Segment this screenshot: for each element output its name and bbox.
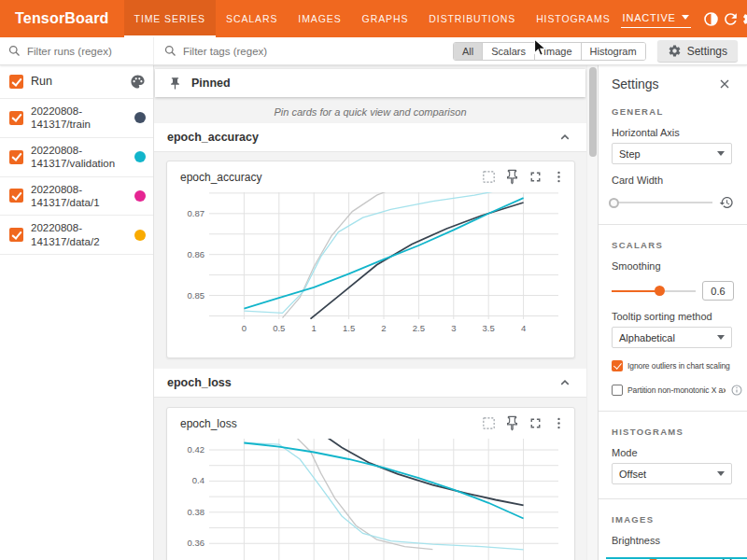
tab-time-series[interactable]: TIME SERIES [124,0,216,37]
reset-icon[interactable] [719,195,734,210]
gear-icon [668,44,682,58]
run-checkbox-data-2[interactable] [9,228,23,242]
card-width-slider[interactable] [612,197,712,209]
reload-button[interactable] [722,6,740,32]
section-title: epoch_loss [167,376,232,389]
tensorboard-app: TensorBoard TIME SERIES SCALARS IMAGES G… [0,0,747,560]
brightness-label: Brightness [612,535,732,546]
settings-header: Settings [612,77,732,91]
epoch-accuracy-chart[interactable]: 0.850.860.8700.511.522.533.54 [172,187,570,338]
card-title: epoch_accuracy [180,171,481,184]
pin-card-icon[interactable] [504,415,520,431]
run-label: 20220808-141317/train [31,105,127,132]
tooltip-sorting-select[interactable]: Alphabetical [612,327,732,348]
svg-text:2: 2 [381,323,386,333]
ignore-outliers-checkbox[interactable] [612,360,623,371]
run-color-dot [134,190,146,202]
search-icon [163,44,177,58]
tab-distributions[interactable]: DISTRIBUTIONS [418,0,526,37]
topbar: TensorBoard TIME SERIES SCALARS IMAGES G… [0,0,747,37]
ignore-outliers-label: Ignore outliers in chart scaling [627,361,743,371]
slider-thumb[interactable] [609,198,619,208]
section-epoch-accuracy: epoch_accuracy [154,123,586,152]
close-icon[interactable] [717,77,732,91]
tab-images[interactable]: IMAGES [288,0,351,37]
settings-panel-title: Settings [612,77,659,91]
select-all-runs-checkbox[interactable] [9,75,23,89]
fit-to-data-icon[interactable] [481,415,497,431]
histogram-mode-select[interactable]: Offset [612,463,732,484]
run-label: 20220808-141317/validation [31,144,127,171]
status-value: INACTIVE [623,12,676,23]
tooltip-sorting-value: Alphabetical [619,332,675,343]
horizontal-axis-value: Step [619,148,641,160]
run-checkbox-train[interactable] [9,111,23,125]
scalar-card-epoch-loss: epoch_loss 0.360.380.40.4200.511.522.533… [166,407,575,560]
tags-filter-input[interactable] [183,46,444,57]
svg-text:1.5: 1.5 [343,323,355,333]
fullscreen-icon[interactable] [528,169,543,185]
card-header: epoch_accuracy [167,161,574,185]
runs-header-row: Run [0,65,153,99]
run-color-dot [134,230,146,241]
tag-type-filter-group: All Scalars Image Histogram [453,42,646,61]
pinned-empty-message: Pin cards for a quick view and compariso… [154,106,586,118]
scalar-card-epoch-accuracy: epoch_accuracy 0.850.860.8700.511.522.53… [166,161,575,358]
reload-icon [722,10,740,28]
run-checkbox-validation[interactable] [9,150,23,164]
palette-icon[interactable] [130,74,146,90]
more-options-icon[interactable] [551,415,567,431]
partition-x-checkbox[interactable] [612,385,623,396]
filter-toolbar: All Scalars Image Histogram Settings [0,37,747,65]
slider-thumb[interactable] [655,286,665,296]
histogram-mode-label: Mode [612,447,732,458]
card-title: epoch_loss [180,417,481,430]
pin-icon [168,77,182,91]
partition-x-label: Partition non-monotonic X axis [627,385,726,395]
settings-panel: Settings GENERAL Horizontal Axis Step Ca… [598,65,747,560]
horizontal-axis-select[interactable]: Step [612,143,732,164]
scrollbar-thumb[interactable] [589,67,597,157]
partial-next-section-edge [606,557,747,559]
card-actions [481,169,567,185]
info-icon[interactable] [730,384,743,397]
fit-to-data-icon[interactable] [481,169,497,185]
smoothing-slider[interactable] [612,285,696,297]
svg-text:0.85: 0.85 [188,290,205,301]
more-options-icon[interactable] [551,169,567,185]
filter-chip-scalars[interactable]: Scalars [482,43,534,60]
run-label: 20220808-141317/data/2 [31,221,127,248]
tab-graphs[interactable]: GRAPHS [352,0,419,37]
chevron-up-icon[interactable] [557,374,573,391]
section-title: epoch_accuracy [167,131,259,144]
runs-filter-input[interactable] [27,46,146,57]
run-label: 20220808-141317/data/1 [31,183,127,210]
card-width-row [612,195,734,210]
main-scrollbar[interactable] [586,65,598,560]
tab-scalars[interactable]: SCALARS [216,0,288,37]
smoothing-row [612,281,734,301]
section-epoch-loss: epoch_loss [154,369,586,398]
filter-chip-histogram[interactable]: Histogram [581,43,645,60]
theme-toggle-button[interactable] [702,6,720,32]
svg-text:3.5: 3.5 [483,323,495,333]
run-row-data-1: 20220808-141317/data/1 [0,177,153,217]
svg-text:0.5: 0.5 [273,323,285,333]
pin-card-icon[interactable] [504,169,520,185]
section-divider [599,498,747,499]
chevron-up-icon[interactable] [557,129,573,146]
epoch-loss-chart[interactable]: 0.360.380.40.4200.511.522.533.54 [172,433,570,560]
run-checkbox-data-1[interactable] [9,189,23,203]
settings-gear-button[interactable] [741,6,747,32]
images-heading: IMAGES [612,514,732,525]
settings-button[interactable]: Settings [657,40,738,62]
svg-text:0.38: 0.38 [188,507,205,517]
status-dropdown[interactable]: INACTIVE [621,10,691,28]
histograms-heading: HISTOGRAMS [612,427,732,437]
run-color-dot [134,112,146,123]
smoothing-value-input[interactable] [702,281,734,301]
filter-chip-all[interactable]: All [454,43,482,60]
tab-histograms[interactable]: HISTOGRAMS [526,0,620,37]
partition-x-row: Partition non-monotonic X axis [612,384,743,397]
fullscreen-icon[interactable] [528,415,543,431]
